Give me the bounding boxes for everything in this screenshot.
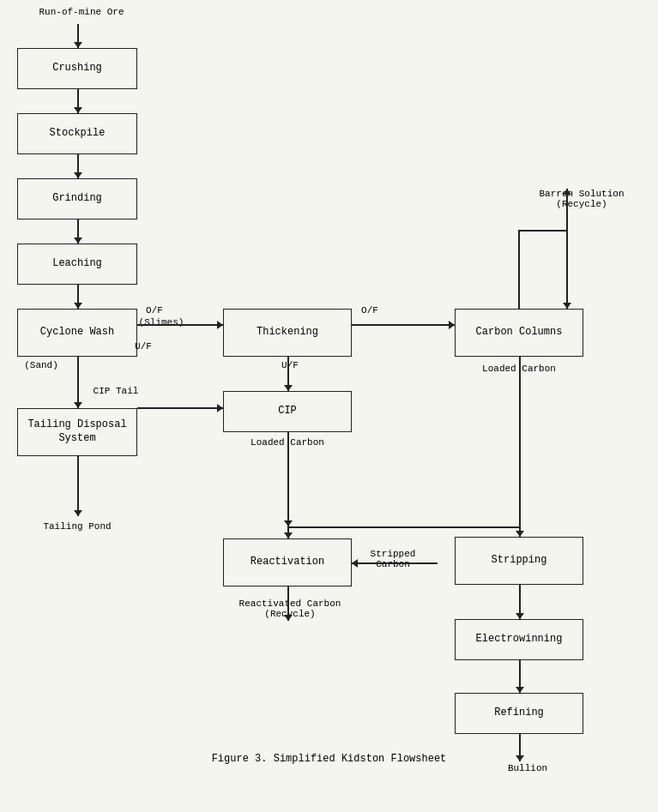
arrow-cyclone-uf — [77, 357, 79, 408]
reactivation-box: Reactivation — [223, 538, 352, 586]
of2-label: O/F — [357, 305, 383, 316]
stripped-carbon-label: Stripped Carbon — [359, 549, 427, 569]
arrow-grinding-leaching — [77, 220, 79, 244]
cyclone-wash-box: Cyclone Wash — [17, 309, 137, 357]
of-label: O/F — [142, 305, 167, 316]
flowsheet-diagram: Run-of-mine Ore Crushing Stockpile Grind… — [0, 0, 658, 772]
arrow-stripping-electrowinning — [519, 585, 521, 619]
arrow-reactivation-recycle — [287, 586, 289, 621]
slimes-label: (Slimes) — [136, 317, 187, 328]
electrowinning-box: Electrowinning — [455, 619, 583, 660]
tailing-disposal-box: Tailing Disposal System — [17, 408, 137, 456]
arrow-cc-stripping — [519, 357, 521, 537]
arrow-thickening-cip — [287, 357, 289, 391]
arrow-rom-crushing — [77, 24, 79, 48]
thickening-box: Thickening — [223, 309, 352, 357]
thickening-uf-label: U/F — [277, 360, 303, 370]
line-cc-barren — [519, 230, 566, 232]
arrow-leaching-cyclone — [77, 285, 79, 309]
stripping-box: Stripping — [455, 537, 583, 585]
line-barren-solution-up — [566, 189, 568, 230]
arrow-to-reactivation — [287, 526, 289, 538]
arrow-crushing-stockpile — [77, 89, 79, 113]
line-cc-up — [518, 230, 520, 309]
crushing-box: Crushing — [17, 48, 137, 89]
arrow-electrowinning-refining — [519, 660, 521, 693]
run-of-mine-label: Run-of-mine Ore — [17, 7, 146, 17]
tailing-pond-label: Tailing Pond — [26, 521, 129, 532]
arrow-cip-loadedcarbon — [287, 432, 289, 526]
arrow-tailing-disposal-pond — [77, 456, 79, 516]
arrow-barren-cc — [566, 230, 568, 309]
uf-label: U/F — [130, 341, 156, 352]
grinding-box: Grinding — [17, 178, 137, 220]
cip-box: CIP — [223, 391, 352, 432]
leaching-box: Leaching — [17, 244, 137, 285]
stockpile-box: Stockpile — [17, 113, 137, 154]
arrow-stockpile-grinding — [77, 154, 79, 178]
cip-tail-label: CIP Tail — [86, 386, 146, 396]
carbon-columns-box: Carbon Columns — [455, 309, 583, 357]
arrow-thickening-cc — [352, 324, 455, 326]
arrow-cyclone-thickening — [137, 324, 223, 326]
figure-caption: Figure 3. Simplified Kidston Flowsheet — [0, 753, 658, 765]
arrow-ciptail-cip — [137, 407, 223, 409]
refining-box: Refining — [455, 693, 583, 734]
arrow-stripping-reactivation — [352, 562, 438, 564]
sand-label: (Sand) — [15, 360, 67, 370]
line-loadedcarbon-stripping — [287, 526, 519, 528]
barren-solution-label: Barren Solution (Recycle) — [530, 189, 633, 209]
